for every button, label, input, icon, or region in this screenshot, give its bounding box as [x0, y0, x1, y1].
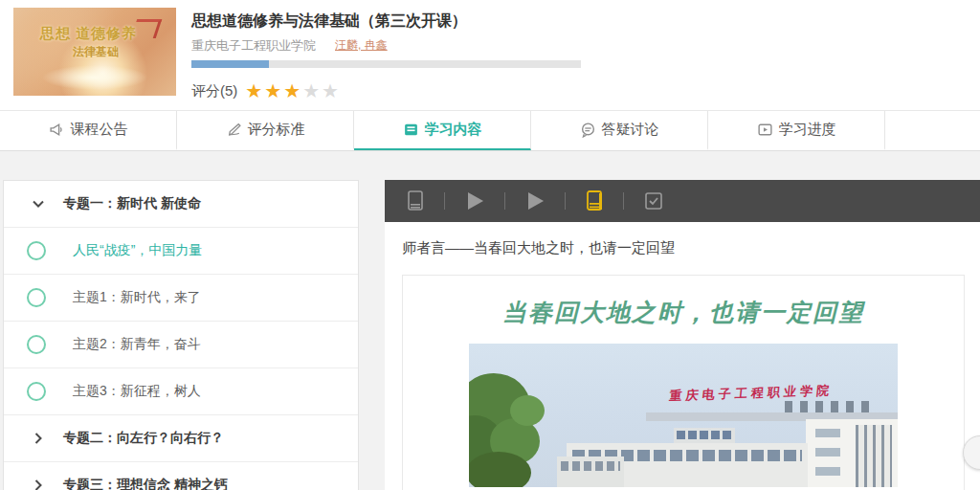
play-icon[interactable] [464, 189, 485, 212]
toolbar-separator [565, 192, 566, 210]
tab-label: 学习进度 [779, 121, 836, 139]
course-tabbar: 课程公告 评分标准 学习内容 答疑讨论 学习进度 [0, 110, 980, 151]
school-name: 重庆电子工程职业学院 [191, 37, 316, 55]
main-building [806, 419, 898, 487]
thumbnail-glow-decoration [42, 65, 147, 90]
small-building [674, 428, 735, 443]
section-label: 专题二：向左行？向右行？ [63, 430, 224, 447]
sidebar-item-topic1[interactable]: 主题1：新时代，来了 [4, 275, 358, 322]
building-windows [561, 461, 620, 471]
progress-circle-icon [27, 288, 46, 307]
toolbar-separator [623, 192, 624, 210]
toolbar-separator [444, 192, 445, 210]
section-label: 专题一：新时代 新使命 [63, 195, 201, 212]
pen-icon [226, 122, 242, 138]
tab-label: 学习内容 [425, 121, 482, 139]
campus-photo: 重庆电子工程职业学院 [469, 344, 898, 487]
teacher-link[interactable]: 汪麟, 冉鑫 [335, 37, 388, 54]
sidebar-item-zhanyi[interactable]: 人民“战疫”，中国力量 [4, 228, 358, 275]
progress-circle-icon [27, 241, 46, 260]
building-windows [677, 431, 732, 439]
section-label: 专题三：理想信念 精神之钙 [63, 477, 228, 490]
tab-learning-progress[interactable]: 学习进度 [708, 111, 885, 150]
tabbar-filler [885, 111, 980, 150]
toolbar-separator [504, 192, 505, 210]
star-filled-icon[interactable]: ★ [264, 80, 281, 101]
building-windows [856, 425, 892, 487]
thumbnail-title-line2: 法律基础 [73, 44, 119, 60]
chevron-down-icon [31, 196, 46, 212]
course-header: 思想 道德修养 法律基础 思想道德修养与法律基础（第三次开课） 重庆电子工程职业… [0, 0, 980, 110]
star-empty-icon[interactable]: ★ [322, 80, 339, 101]
tab-label: 评分标准 [248, 121, 305, 139]
progress-circle-icon [27, 382, 46, 401]
play-screen-icon [757, 122, 773, 138]
star-filled-icon[interactable]: ★ [283, 80, 301, 101]
calligraphy-heading: 当春回大地之时，也请一定回望 [403, 297, 964, 328]
chapter-sidebar: 专题一：新时代 新使命 人民“战疫”，中国力量 主题1：新时代，来了 主题2：新… [3, 180, 359, 490]
checkbox-icon[interactable] [643, 190, 664, 212]
tab-qa-discussion[interactable]: 答疑讨论 [531, 111, 708, 150]
chevron-right-icon [31, 478, 46, 490]
play-icon[interactable] [524, 189, 546, 212]
item-label: 人民“战疫”，中国力量 [73, 242, 202, 259]
star-filled-icon[interactable]: ★ [245, 80, 262, 101]
left-building [557, 457, 624, 487]
megaphone-icon [49, 122, 65, 138]
rating-label: 评分(5) [191, 82, 237, 100]
sidebar-item-topic3[interactable]: 主题3：新征程，树人 [4, 368, 358, 415]
tab-label: 答疑讨论 [602, 121, 659, 139]
sidebar-section-3[interactable]: 专题三：理想信念 精神之钙 [4, 462, 358, 490]
item-label: 主题2：新青年，奋斗 [73, 336, 201, 353]
thumbnail-book-decoration [131, 19, 162, 38]
sidebar-section-1[interactable]: 专题一：新时代 新使命 [4, 181, 358, 228]
chat-icon [580, 122, 596, 138]
item-label: 主题1：新时代，来了 [73, 289, 201, 306]
building-windows [815, 429, 840, 481]
star-empty-icon[interactable]: ★ [302, 80, 320, 101]
sidebar-item-topic2[interactable]: 主题2：新青年，奋斗 [4, 322, 358, 368]
rating-row: 评分(5) ★★★★★ [191, 80, 341, 101]
rating-stars[interactable]: ★★★★★ [245, 81, 341, 101]
course-thumbnail[interactable]: 思想 道德修养 法律基础 [13, 8, 176, 96]
progress-circle-icon [27, 335, 46, 354]
screen-icon [403, 122, 419, 138]
course-progress-fill [191, 60, 269, 68]
content-type-toolbar [385, 180, 980, 222]
tab-label: 课程公告 [71, 121, 128, 139]
tab-learning-content[interactable]: 学习内容 [354, 111, 531, 150]
tab-course-announcements[interactable]: 课程公告 [0, 111, 177, 150]
document-icon-active[interactable] [585, 189, 604, 212]
chevron-right-icon [31, 431, 46, 446]
course-progress-bar [191, 60, 581, 68]
rooftop-equipment [785, 401, 871, 412]
sidebar-section-2[interactable]: 专题二：向左行？向右行？ [4, 415, 358, 462]
lesson-content-box: 当春回大地之时，也请一定回望 重庆电子工程职业学院 [402, 275, 965, 490]
item-label: 主题3：新征程，树人 [73, 383, 201, 400]
tab-grading-criteria[interactable]: 评分标准 [177, 111, 354, 150]
content-panel: 师者言——当春回大地之时，也请一定回望 当春回大地之时，也请一定回望 重庆电子工… [385, 180, 980, 490]
course-title: 思想道德修养与法律基础（第三次开课） [191, 11, 467, 32]
lesson-title: 师者言——当春回大地之时，也请一定回望 [402, 239, 980, 257]
thumbnail-title-line1: 思想 道德修养 [40, 25, 137, 43]
document-icon[interactable] [406, 189, 425, 212]
